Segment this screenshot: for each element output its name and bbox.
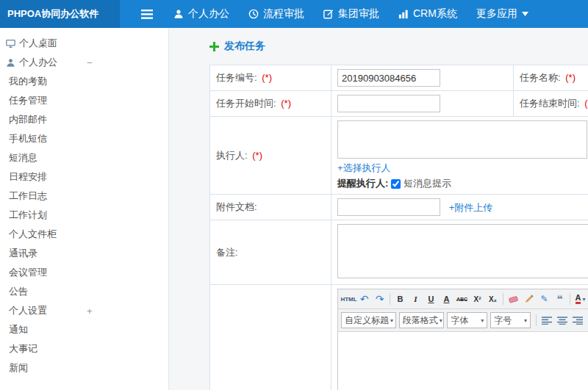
collapse-toggle-icon[interactable]: − [87, 53, 93, 72]
underline-button[interactable]: U [423, 292, 439, 306]
toolbar-separator [503, 293, 503, 305]
form-row-executor: 执行人: (*) +选择执行人 提醒执行人: 短消息提示 [210, 117, 588, 195]
font-family-select[interactable]: 字体 ▾ [447, 312, 487, 328]
sms-remind-option-label: 短消息提示 [404, 177, 451, 190]
sidebar-item-internal-mail[interactable]: 内部邮件 [0, 110, 168, 129]
sidebar-item-label: 工作日志 [9, 189, 47, 203]
align-left-icon[interactable] [539, 313, 554, 328]
font-family-select-value: 字体 [451, 314, 468, 327]
start-time-input[interactable] [337, 95, 440, 112]
nav-item-label: 个人办公 [188, 7, 229, 21]
nav-item-workflow-approval[interactable]: 流程审批 [239, 0, 314, 28]
sidebar-item-milestones[interactable]: 大事记 [0, 339, 168, 358]
font-size-select[interactable]: 字号 ▾ [490, 312, 531, 328]
sidebar-item-personal-desktop[interactable]: 个人桌面 [0, 34, 168, 53]
executor-label-cell: 执行人: (*) [210, 117, 331, 195]
task-name-label: 任务名称: [520, 72, 561, 83]
html-source-button[interactable]: HTML [341, 292, 356, 306]
desktop-icon [6, 39, 19, 48]
task-number-label: 任务编号: [216, 72, 257, 83]
start-time-label-cell: 任务开始时间: (*) [210, 91, 331, 117]
top-navbar: PHPOA协同办公软件 个人办公 流程审批 集团审批 [0, 0, 588, 28]
editor-content-area[interactable] [338, 332, 588, 390]
font-button[interactable]: A [439, 292, 454, 306]
task-number-input-cell [331, 65, 514, 91]
executor-selection-box[interactable] [337, 120, 587, 159]
sidebar-item-label: 个人桌面 [19, 37, 57, 50]
sidebar-item-work-log[interactable]: 工作日志 [0, 187, 168, 206]
sidebar-item-personal-files[interactable]: 个人文件柜 [0, 225, 168, 244]
app-logo: PHPOA协同办公软件 [0, 0, 120, 28]
nav-item-label: 更多应用 [476, 7, 517, 21]
attachment-label-cell: 附件文档: [210, 195, 331, 220]
expand-toggle-icon[interactable]: + [87, 301, 93, 320]
attachment-upload-link[interactable]: +附件上传 [449, 202, 493, 213]
nav-item-group-approval[interactable]: 集团审批 [314, 0, 389, 28]
add-plus-icon [209, 42, 219, 51]
attachment-label: 附件文档: [216, 201, 257, 212]
sidebar-item-personal-settings[interactable]: 个人设置 + [0, 301, 168, 320]
sidebar-item-notice[interactable]: 通知 [0, 320, 168, 339]
sidebar-item-schedule[interactable]: 日程安排 [0, 167, 168, 187]
hamburger-menu-icon[interactable] [130, 0, 164, 28]
nav-item-more-apps[interactable]: 更多应用 [467, 0, 538, 28]
edit-pencil-icon[interactable]: ✎ [537, 292, 552, 306]
sidebar-item-my-attendance[interactable]: 我的考勤 [0, 72, 168, 91]
nav-item-crm-system[interactable]: CRM系统 [389, 0, 467, 28]
main-content: 发布任务 任务编号: (*) 任务名称: (*) 任务开始时间: (*) [169, 28, 588, 390]
subscript-button[interactable]: X₂ [485, 292, 501, 306]
required-mark: (*) [584, 98, 588, 109]
sms-remind-checkbox[interactable] [391, 179, 401, 189]
caret-down-icon: ▾ [582, 296, 585, 303]
sidebar-item-label: 日程安排 [9, 170, 47, 184]
caret-down-icon: ▾ [481, 317, 484, 324]
task-number-input[interactable] [337, 69, 440, 87]
sidebar-item-work-plan[interactable]: 工作计划 [0, 206, 168, 225]
blockquote-button[interactable]: ❝ [552, 292, 567, 306]
undo-button[interactable]: ↶ [356, 292, 372, 306]
choose-executor-link[interactable]: +选择执行人 [337, 162, 391, 173]
nav-item-label: 集团审批 [338, 7, 379, 21]
attachment-input[interactable] [337, 198, 440, 216]
strikethrough-button[interactable]: ABC [454, 292, 470, 306]
remark-textarea[interactable] [337, 224, 588, 278]
toolbar-separator [390, 293, 390, 305]
page-header: 发布任务 [209, 40, 588, 53]
sidebar-item-short-message[interactable]: 短消息 [0, 148, 168, 167]
task-number-label-cell: 任务编号: (*) [210, 65, 331, 91]
sidebar-item-label: 通知 [9, 323, 28, 336]
sidebar-item-news[interactable]: 新闻 [0, 358, 168, 378]
sidebar-item-meeting-management[interactable]: 会议管理 [0, 263, 168, 282]
bold-button[interactable]: B [392, 292, 408, 306]
sidebar-item-task-management[interactable]: 任务管理 [0, 91, 168, 110]
nav-item-personal-office[interactable]: 个人办公 [164, 0, 239, 28]
sidebar-item-contacts[interactable]: 通讯录 [0, 244, 168, 263]
required-mark: (*) [262, 72, 272, 83]
editor-toolbar-row2: 自定义标题 ▾ 段落格式 ▾ 字体 ▾ 字号 ▾ [338, 309, 588, 332]
toolbar-separator [536, 314, 537, 326]
redo-button[interactable]: ↷ [372, 292, 387, 306]
sidebar-item-label: 会议管理 [9, 266, 47, 279]
remove-format-eraser-icon[interactable] [506, 292, 521, 306]
text-color-button[interactable]: A ▾ [573, 292, 588, 306]
nav-item-label: 流程审批 [263, 7, 304, 21]
sidebar-item-personal-office[interactable]: 个人办公 − [0, 53, 168, 72]
caret-down-icon: ▾ [440, 317, 442, 324]
sidebar-item-mobile-sms[interactable]: 手机短信 [0, 129, 168, 148]
format-brush-icon[interactable] [521, 292, 537, 306]
caret-down-icon: ▾ [390, 317, 393, 324]
form-row-remark: 备注: [210, 220, 588, 285]
paragraph-format-select[interactable]: 段落格式 ▾ [399, 312, 445, 328]
nav-item-label: CRM系统 [413, 7, 457, 21]
superscript-button[interactable]: X² [470, 292, 485, 306]
align-center-icon[interactable] [554, 313, 570, 328]
sidebar-item-label: 任务管理 [9, 94, 47, 107]
form-row-task-number: 任务编号: (*) 任务名称: (*) [210, 65, 588, 91]
custom-title-select[interactable]: 自定义标题 ▾ [341, 312, 396, 328]
end-time-label: 任务结束时间: [520, 98, 580, 109]
sidebar-item-label: 手机短信 [9, 132, 47, 145]
flow-icon [248, 9, 259, 19]
italic-button[interactable]: I [408, 292, 423, 306]
sidebar-item-announcement[interactable]: 公告 [0, 282, 168, 301]
align-right-icon[interactable] [570, 313, 585, 328]
